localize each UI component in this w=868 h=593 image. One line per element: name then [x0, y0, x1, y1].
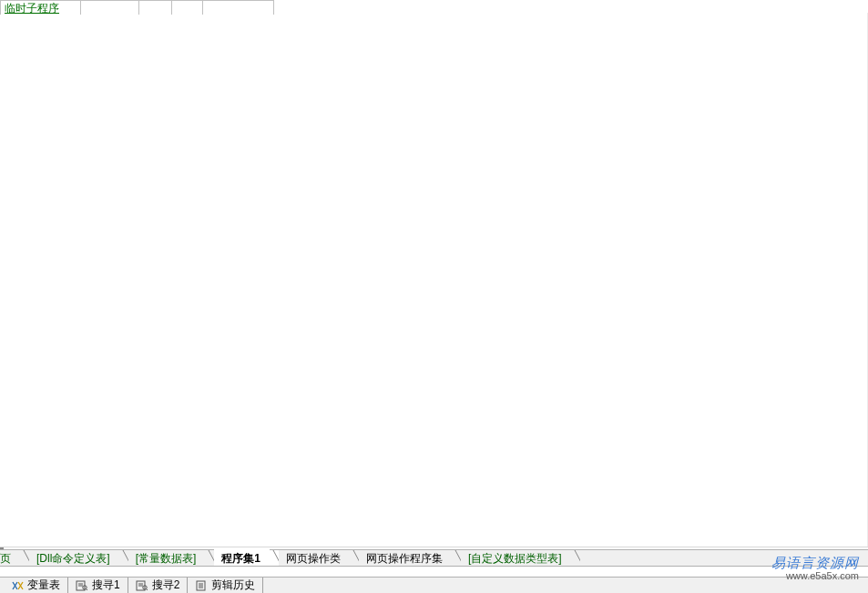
subtab-search-1[interactable]: 搜寻1 — [68, 578, 128, 593]
search-icon — [136, 580, 148, 591]
subtab-label: 搜寻1 — [92, 578, 120, 593]
main-tab-bar: 页 [Dll命令定义表] [常量数据表] 程序集1 网页操作类 网页操作程序集 … — [0, 549, 868, 567]
tab-dll-definitions[interactable]: [Dll命令定义表] — [29, 550, 119, 566]
tab-web-class[interactable]: 网页操作类 — [279, 550, 350, 566]
svg-line-9 — [146, 588, 148, 590]
subtab-label: 变量表 — [27, 578, 60, 593]
code-editor-area[interactable] — [0, 15, 868, 547]
tab-web-program-set[interactable]: 网页操作程序集 — [359, 550, 452, 566]
search-icon — [76, 580, 88, 591]
tab-label: 程序集1 — [221, 552, 260, 565]
tab-label: 网页操作程序集 — [366, 552, 443, 565]
svg-line-4 — [87, 588, 88, 590]
subtab-label: 剪辑历史 — [211, 578, 255, 593]
tab-constants[interactable]: [常量数据表] — [128, 550, 206, 566]
sub-tab-bar: 变量表 搜寻1 搜寻2 剪辑历史 — [0, 577, 868, 593]
tab-custom-types[interactable]: [自定义数据类型表] — [461, 550, 571, 566]
subtab-clip-history[interactable]: 剪辑历史 — [188, 578, 263, 593]
tab-label: 页 — [0, 552, 11, 565]
tab-page-partial[interactable]: 页 — [0, 550, 20, 566]
subtab-search-2[interactable]: 搜寻2 — [128, 578, 189, 593]
tab-label: [Dll命令定义表] — [36, 552, 110, 565]
tab-label: [常量数据表] — [136, 552, 197, 565]
subroutine-name-cell[interactable]: 临时子程序 — [5, 2, 59, 15]
subtab-label: 搜寻2 — [152, 578, 180, 593]
tab-label: 网页操作类 — [286, 552, 341, 565]
var-icon — [11, 580, 24, 591]
history-icon — [195, 580, 208, 591]
subtab-variables[interactable]: 变量表 — [4, 578, 68, 593]
tab-program-set-1[interactable]: 程序集1 — [214, 549, 270, 566]
tab-label: [自定义数据类型表] — [468, 552, 562, 565]
